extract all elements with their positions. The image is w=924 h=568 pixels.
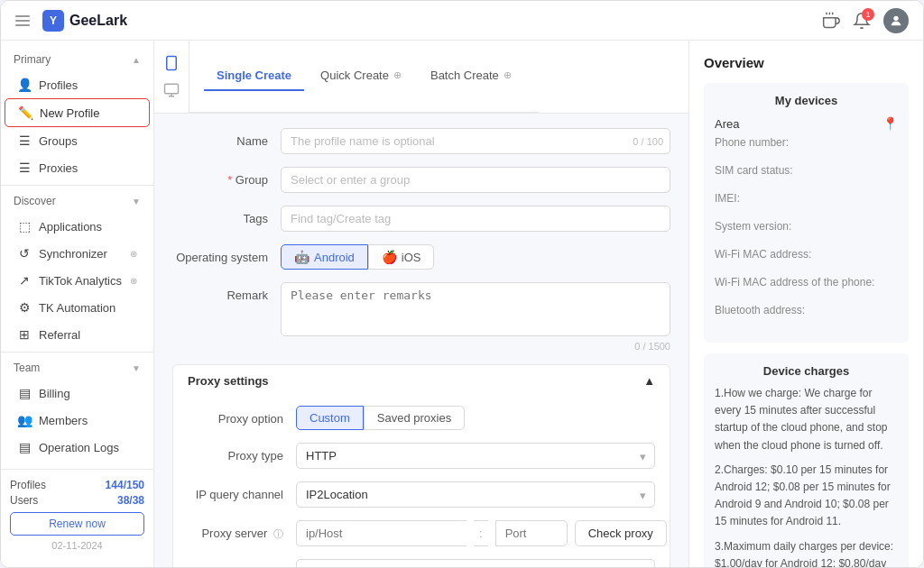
- sidebar-toggle[interactable]: [15, 12, 33, 30]
- tiktok-badge: ⊕: [130, 276, 137, 286]
- mobile-device-icon[interactable]: [162, 53, 181, 73]
- ios-label: iOS: [402, 251, 421, 264]
- team-chevron-icon: ▼: [132, 363, 141, 373]
- sidebar-item-members[interactable]: 👥 Members: [5, 407, 150, 434]
- phone-number-label: Phone number:: [715, 136, 898, 149]
- sidebar-item-profiles[interactable]: 👤 Profiles: [5, 71, 150, 98]
- check-proxy-button[interactable]: Check proxy: [575, 520, 667, 546]
- svg-rect-6: [165, 84, 179, 94]
- system-version-label: System version:: [715, 220, 898, 233]
- proxy-username-row: Proxy username: [188, 559, 655, 567]
- new-profile-icon: ✏️: [18, 105, 32, 120]
- proxy-type-select[interactable]: HTTP HTTPS SOCKS5: [296, 443, 655, 469]
- content-area: Single Create Quick Create ⊕ Batch Creat…: [154, 41, 923, 567]
- tags-input[interactable]: [281, 206, 670, 232]
- sim-card-value: [715, 177, 898, 188]
- imei-value: [715, 205, 898, 215]
- avatar[interactable]: [883, 8, 909, 33]
- os-row: Operating system 🤖 Android 🍎 iOS: [172, 244, 670, 270]
- proxy-section-title: Proxy settings: [188, 374, 269, 388]
- renew-button[interactable]: Renew now: [10, 512, 144, 536]
- saved-proxies-btn[interactable]: Saved proxies: [364, 406, 465, 430]
- remark-label: Remark: [172, 282, 281, 302]
- proxy-option-label: Proxy option: [188, 406, 296, 426]
- location-icon: 📍: [882, 116, 898, 131]
- tk-automation-label: TK Automation: [39, 301, 116, 315]
- operation-logs-label: Operation Logs: [39, 441, 119, 454]
- charge-text-3: 3.Maximum daily charges per device: $1.0…: [715, 538, 898, 568]
- my-devices-title: My devices: [715, 94, 898, 107]
- proxy-host-input[interactable]: [296, 520, 467, 546]
- sidebar-section-discover[interactable]: Discover ▼: [1, 189, 153, 213]
- sidebar: Primary ▲ 👤 Profiles ✏️ New Profile ☰ Gr…: [1, 41, 154, 567]
- ios-btn[interactable]: 🍎 iOS: [368, 244, 435, 270]
- sidebar-item-new-profile[interactable]: ✏️ New Profile: [5, 98, 150, 127]
- sidebar-item-synchronizer[interactable]: ↺ Synchronizer ⊕: [5, 240, 150, 267]
- sidebar-item-operation-logs[interactable]: ▤ Operation Logs: [5, 434, 150, 461]
- group-label: Group: [172, 167, 281, 187]
- batch-create-label: Batch Create: [430, 69, 499, 82]
- users-count-row: Users 38/38: [10, 494, 144, 507]
- bluetooth-value: [715, 316, 898, 327]
- sidebar-item-tiktok-analytics[interactable]: ↗ TikTok Analytics ⊕: [5, 267, 150, 294]
- users-count: 38/38: [117, 494, 144, 507]
- sidebar-item-applications[interactable]: ⬚ Applications: [5, 213, 150, 240]
- synchronizer-icon: ↺: [17, 246, 32, 261]
- referral-icon: ⊞: [17, 327, 32, 342]
- sidebar-item-groups[interactable]: ☰ Groups: [5, 127, 150, 154]
- proxy-section-header[interactable]: Proxy settings ▲: [173, 365, 670, 397]
- name-field-wrapper: 0 / 100: [281, 128, 670, 154]
- name-label: Name: [172, 128, 281, 148]
- device-charges-section: Device charges 1.How we charge: We charg…: [704, 353, 909, 567]
- users-key: Users: [10, 494, 38, 507]
- phone-number-value: [715, 149, 898, 160]
- applications-label: Applications: [39, 220, 102, 234]
- group-input[interactable]: [281, 167, 670, 193]
- sync-badge: ⊕: [130, 249, 137, 259]
- sidebar-item-proxies[interactable]: ☰ Proxies: [5, 154, 150, 181]
- tags-row: Tags: [172, 206, 670, 232]
- proxies-icon: ☰: [17, 160, 32, 175]
- charge-text-2: 2.Charges: $0.10 per 15 minutes for Andr…: [715, 462, 898, 531]
- ip-query-select[interactable]: IP2Location IPAPI MaxMind: [296, 481, 655, 508]
- billing-icon: ▤: [17, 386, 32, 400]
- bluetooth-field: Bluetooth address:: [715, 304, 898, 327]
- tags-label: Tags: [172, 206, 281, 225]
- wifi-mac-phone-value: [715, 289, 898, 299]
- tab-single-create[interactable]: Single Create: [204, 61, 304, 91]
- sidebar-item-billing[interactable]: ▤ Billing: [5, 380, 150, 407]
- group-row: Group: [172, 167, 670, 193]
- sidebar-section-team[interactable]: Team ▼: [1, 356, 153, 380]
- remark-field-wrapper: 0 / 1500: [281, 282, 670, 352]
- proxy-collapse-icon: ▲: [643, 374, 655, 388]
- desktop-device-icon[interactable]: [162, 80, 181, 100]
- android-icon: 🤖: [294, 250, 310, 264]
- tab-batch-create[interactable]: Batch Create ⊕: [418, 61, 524, 91]
- custom-proxy-btn[interactable]: Custom: [296, 406, 364, 430]
- settings-icon[interactable]: [822, 12, 840, 30]
- ip-query-label: IP query channel: [188, 481, 296, 501]
- topbar-left: Y GeeLark: [15, 10, 127, 32]
- new-profile-label: New Profile: [40, 106, 99, 120]
- area-row: Area 📍: [715, 116, 898, 131]
- proxy-username-input[interactable]: [296, 559, 655, 567]
- android-label: Android: [314, 251, 355, 264]
- logo-text: GeeLark: [69, 13, 127, 29]
- sidebar-section-primary[interactable]: Primary ▲: [1, 48, 153, 71]
- sim-card-label: SIM card status:: [715, 164, 898, 177]
- profiles-label: Profiles: [39, 78, 78, 92]
- device-charges-title: Device charges: [715, 364, 898, 378]
- notification-icon[interactable]: 1: [853, 12, 871, 30]
- tab-quick-create[interactable]: Quick Create ⊕: [308, 61, 414, 91]
- discover-label: Discover: [14, 195, 56, 207]
- proxy-type-row: Proxy type HTTP HTTPS SOCKS5: [188, 443, 655, 469]
- proxy-port-input[interactable]: [495, 520, 568, 546]
- name-input[interactable]: [281, 128, 670, 154]
- remark-textarea[interactable]: [281, 282, 670, 336]
- android-btn[interactable]: 🤖 Android: [281, 244, 368, 270]
- name-row: Name 0 / 100: [172, 128, 670, 154]
- port-separator: :: [474, 520, 488, 546]
- proxies-label: Proxies: [39, 161, 78, 175]
- sidebar-item-tk-automation[interactable]: ⚙ TK Automation: [5, 294, 150, 321]
- sidebar-item-referral[interactable]: ⊞ Referral: [5, 321, 150, 348]
